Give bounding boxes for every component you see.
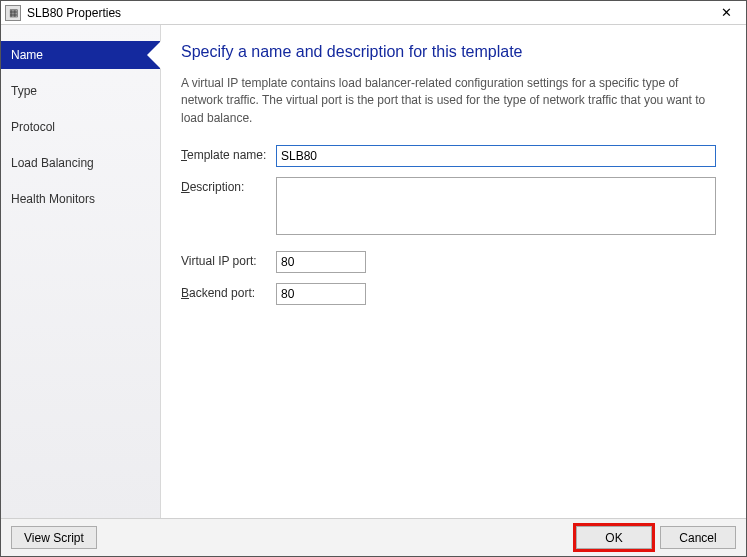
label-vip-port: Virtual IP port: (181, 251, 276, 268)
sidebar-item-type[interactable]: Type (1, 77, 160, 105)
cancel-button[interactable]: Cancel (660, 526, 736, 549)
port-group: Virtual IP port: Backend port: (181, 251, 730, 305)
vip-port-input[interactable] (276, 251, 366, 273)
intro-text: A virtual IP template contains load bala… (181, 75, 721, 127)
sidebar-item-health-monitors[interactable]: Health Monitors (1, 185, 160, 213)
template-name-input[interactable] (276, 145, 716, 167)
sidebar-item-label: Health Monitors (11, 192, 95, 206)
button-bar: View Script OK Cancel (1, 518, 746, 556)
label-description: Description: (181, 177, 276, 194)
sidebar-item-label: Load Balancing (11, 156, 94, 170)
view-script-button[interactable]: View Script (11, 526, 97, 549)
row-description: Description: (181, 177, 730, 235)
row-template-name: Template name: (181, 145, 730, 167)
window-title: SLB80 Properties (27, 6, 706, 20)
ok-button[interactable]: OK (576, 526, 652, 549)
main-panel: Specify a name and description for this … (161, 25, 746, 518)
sidebar-item-name[interactable]: Name (1, 41, 160, 69)
sidebar-item-protocol[interactable]: Protocol (1, 113, 160, 141)
page-heading: Specify a name and description for this … (181, 43, 730, 61)
sidebar-item-load-balancing[interactable]: Load Balancing (1, 149, 160, 177)
sidebar: Name Type Protocol Load Balancing Health… (1, 25, 161, 518)
sidebar-item-label: Name (11, 48, 43, 62)
label-backend-port: Backend port: (181, 283, 276, 300)
sidebar-item-label: Protocol (11, 120, 55, 134)
content-area: Name Type Protocol Load Balancing Health… (1, 25, 746, 518)
row-vip-port: Virtual IP port: (181, 251, 730, 273)
sidebar-item-label: Type (11, 84, 37, 98)
close-button[interactable]: ✕ (706, 1, 746, 24)
row-backend-port: Backend port: (181, 283, 730, 305)
title-bar: ▦ SLB80 Properties ✕ (1, 1, 746, 25)
backend-port-input[interactable] (276, 283, 366, 305)
description-input[interactable] (276, 177, 716, 235)
label-template-name: Template name: (181, 145, 276, 162)
app-icon: ▦ (5, 5, 21, 21)
